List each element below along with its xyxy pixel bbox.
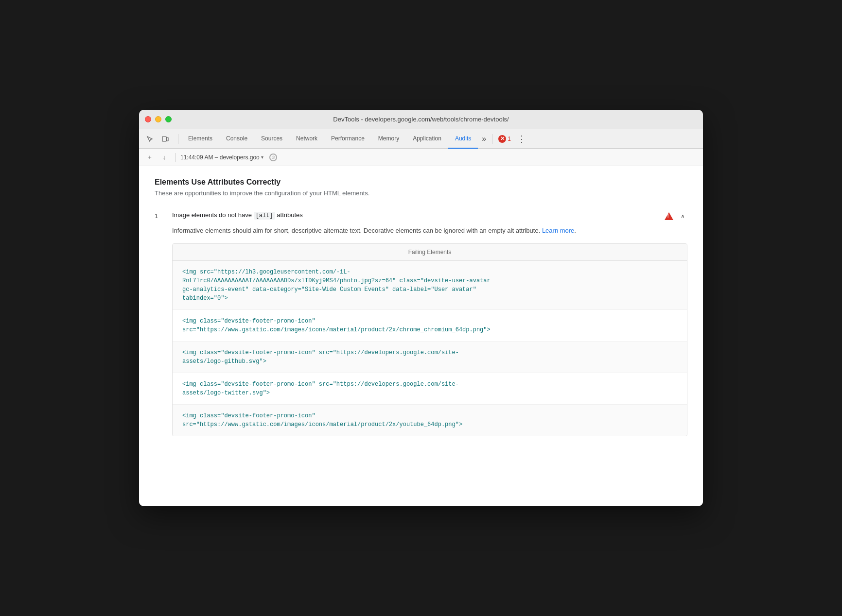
failing-elements-container: Failing Elements <img src="https://lh3.g… — [172, 243, 687, 436]
no-throttle-icon[interactable]: ⊘ — [269, 154, 277, 161]
error-badge-icon: ✕ — [498, 135, 506, 143]
learn-more-link[interactable]: Learn more — [542, 227, 574, 234]
download-button[interactable]: ↓ — [158, 152, 170, 163]
toolbar-divider-1 — [178, 134, 178, 144]
more-tabs-button[interactable]: » — [479, 132, 489, 146]
minimize-button[interactable] — [155, 116, 161, 122]
tab-performance[interactable]: Performance — [324, 129, 371, 149]
devtools-window: DevTools - developers.google.com/web/too… — [139, 110, 703, 506]
warning-icon — [664, 211, 674, 221]
audit-item: 1 Image elements do not have [alt] attri… — [155, 206, 687, 436]
section-title: Elements Use Attributes Correctly — [155, 178, 687, 187]
audit-title-code: [alt] — [254, 212, 275, 220]
main-content: Elements Use Attributes Correctly These … — [139, 166, 703, 506]
traffic-lights — [145, 116, 172, 122]
toolbar-icons — [143, 132, 172, 146]
audit-item-header: 1 Image elements do not have [alt] attri… — [155, 206, 687, 226]
failing-element-row-5: <img class="devsite-footer-promo-icon" s… — [173, 405, 687, 436]
inspect-icon[interactable] — [143, 132, 157, 146]
failing-element-row-2: <img class="devsite-footer-promo-icon" s… — [173, 310, 687, 342]
audit-item-title: Image elements do not have [alt] attribu… — [172, 211, 656, 219]
close-button[interactable] — [145, 116, 151, 122]
url-selector[interactable]: 11:44:09 AM – developers.goo ▾ — [180, 154, 263, 161]
title-bar: DevTools - developers.google.com/web/too… — [139, 110, 703, 129]
failing-element-row-4: <img class="devsite-footer-promo-icon" s… — [173, 373, 687, 405]
audit-item-controls: ∧ — [664, 211, 687, 221]
audit-number: 1 — [155, 211, 164, 220]
audit-description: Informative elements should aim for shor… — [172, 226, 687, 236]
collapse-button[interactable]: ∧ — [678, 211, 687, 221]
secondary-divider — [175, 153, 175, 162]
triangle-warning-icon — [665, 212, 673, 220]
url-dropdown-arrow: ▾ — [261, 154, 263, 160]
window-title: DevTools - developers.google.com/web/too… — [333, 116, 509, 123]
failing-element-row-1: <img src="https://lh3.googleusercontent.… — [173, 261, 687, 310]
tab-sources[interactable]: Sources — [254, 129, 289, 149]
toolbar-divider-2 — [492, 134, 492, 144]
tab-memory[interactable]: Memory — [371, 129, 406, 149]
tab-network[interactable]: Network — [289, 129, 324, 149]
maximize-button[interactable] — [165, 116, 172, 122]
tab-strip: Elements Console Sources Network Perform… — [181, 129, 478, 149]
secondary-toolbar: + ↓ 11:44:09 AM – developers.goo ▾ ⊘ — [139, 149, 703, 166]
svg-rect-0 — [162, 137, 166, 141]
failing-element-row-3: <img class="devsite-footer-promo-icon" s… — [173, 342, 687, 373]
section-subtitle: These are opportunities to improve the c… — [155, 189, 687, 197]
audit-title-prefix: Image elements do not have — [172, 211, 254, 219]
menu-button[interactable]: ⋮ — [515, 132, 528, 146]
add-recording-button[interactable]: + — [144, 152, 156, 163]
device-icon[interactable] — [158, 132, 172, 146]
tab-application[interactable]: Application — [406, 129, 448, 149]
failing-elements-header: Failing Elements — [173, 244, 687, 261]
error-badge[interactable]: ✕ 1 — [495, 134, 514, 144]
svg-rect-1 — [166, 137, 168, 141]
error-count: 1 — [508, 136, 511, 142]
tab-console[interactable]: Console — [219, 129, 254, 149]
tab-elements[interactable]: Elements — [181, 129, 219, 149]
tab-audits[interactable]: Audits — [448, 129, 478, 149]
url-text: 11:44:09 AM – developers.goo — [180, 154, 260, 161]
audit-title-suffix: attributes — [275, 211, 303, 219]
main-toolbar: Elements Console Sources Network Perform… — [139, 129, 703, 149]
